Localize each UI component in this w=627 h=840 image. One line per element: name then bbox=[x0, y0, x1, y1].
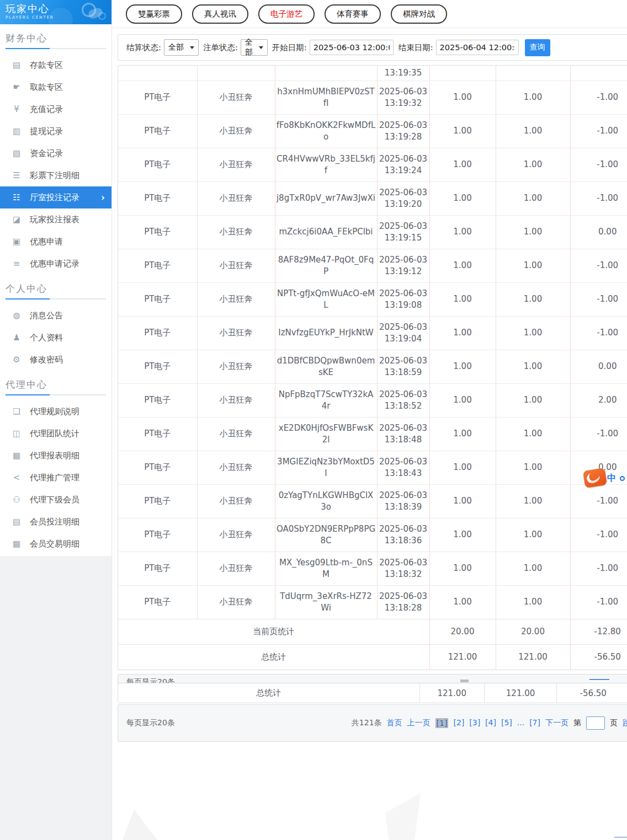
page-link[interactable]: [3] bbox=[469, 718, 480, 728]
sidebar-item-recharge-records[interactable]: ¥充值记录 bbox=[0, 98, 111, 120]
prev-page-link[interactable]: 上一页 bbox=[407, 718, 431, 728]
cell bbox=[570, 66, 627, 81]
sidebar-item-label: 会员交易明细 bbox=[30, 539, 79, 549]
sidebar-item-label: 消息公告 bbox=[30, 311, 63, 321]
cell-order-id: OA0SbY2DN9ERPpP8PG8C bbox=[275, 518, 377, 552]
cell-valid-amount: 1.00 bbox=[496, 585, 570, 619]
cell-winloss: -1.00 bbox=[570, 518, 627, 552]
cell-valid-amount: 1.00 bbox=[496, 148, 570, 181]
sidebar-item-label: 彩票下注明细 bbox=[30, 170, 79, 181]
sidebar-item-agent-promotion[interactable]: <代理推广管理 bbox=[0, 467, 111, 489]
sidebar-item-withdrawal-records[interactable]: ▥提现记录 bbox=[0, 120, 111, 142]
tab-board-games[interactable]: 棋牌对战 bbox=[391, 4, 447, 24]
sidebar-item-deposit[interactable]: ▤存款专区 bbox=[0, 54, 111, 76]
sidebar-item-label: 优惠申请 bbox=[30, 237, 63, 247]
cell-game: 小丑狂奔 bbox=[197, 585, 275, 619]
cell-datetime: 2025-06-0313:18:32 bbox=[377, 552, 429, 585]
cell-bet-amount: 1.00 bbox=[429, 249, 496, 282]
cell-game: 小丑狂奔 bbox=[197, 282, 275, 316]
sidebar-item-label: 代理报表明细 bbox=[30, 451, 79, 461]
sidebar-sections: 财务中心▤存款专区☛取款专区¥充值记录▥提现记录▧资金记录☰彩票下注明细☷厅室投… bbox=[0, 31, 111, 555]
cell-game: 小丑狂奔 bbox=[197, 383, 275, 417]
next-page-link[interactable]: 下一页 bbox=[545, 718, 568, 728]
background-triangle-decoration bbox=[118, 810, 157, 840]
sidebar-item-agent-rules[interactable]: ❏代理规则说明 bbox=[0, 400, 111, 422]
sidebar-item-notices[interactable]: ◍消息公告 bbox=[0, 304, 111, 327]
cell-datetime: 2025-06-0313:18:43 bbox=[377, 451, 429, 484]
sidebar-item-member-bet-details[interactable]: ▤会员投注明细 bbox=[0, 511, 111, 533]
sidebar-item-withdraw[interactable]: ☛取款专区 bbox=[0, 76, 111, 98]
per-page-label: 每页显示20条 bbox=[126, 718, 175, 728]
jump-page-input[interactable] bbox=[586, 716, 605, 730]
table-row: PT电子小丑狂奔j8gTxR0pV_wr7Aw3JwXi2025-06-0313… bbox=[118, 181, 627, 215]
first-page-link[interactable]: 首页 bbox=[387, 718, 402, 728]
cell-bet-amount: 1.00 bbox=[429, 316, 496, 350]
cell-bet-amount: 1.00 bbox=[429, 518, 496, 552]
cell-order-id: d1DBfCBDQpwBwn0emsKE bbox=[275, 350, 377, 383]
tab-electronic-games[interactable]: 电子游艺 bbox=[258, 4, 315, 24]
sidebar-item-change-password[interactable]: ⚙修改密码 bbox=[0, 349, 111, 371]
tab-lottery[interactable]: 雙赢彩票 bbox=[126, 4, 182, 24]
floating-widget[interactable]: 中 bbox=[584, 467, 627, 490]
cell-game: 小丑狂奔 bbox=[197, 249, 275, 282]
sidebar-item-agent-report-details[interactable]: ▦代理报表明细 bbox=[0, 445, 111, 467]
page-total-row: 当前页统计20.0020.00-12.80 bbox=[118, 619, 627, 644]
cell-winloss: 0.00 bbox=[570, 350, 627, 383]
cell-order-id: MX_Yesg09Ltb-m-_0nSM bbox=[275, 552, 377, 585]
section-divider bbox=[6, 394, 106, 395]
page-link[interactable]: [7] bbox=[529, 718, 540, 728]
start-date-input[interactable] bbox=[310, 40, 394, 55]
search-button[interactable]: 查询 bbox=[525, 39, 550, 56]
cell-order-id: IzNvfzgEUYkP_HrJkNtW bbox=[275, 316, 377, 350]
end-date-input[interactable] bbox=[436, 40, 519, 55]
sidebar-item-member-transaction-details[interactable]: ▦会员交易明细 bbox=[0, 533, 111, 555]
jump-go-link[interactable]: 跳转 bbox=[623, 718, 627, 728]
sidebar-item-label: 代理推广管理 bbox=[30, 473, 79, 483]
sidebar-item-lottery-bet-details[interactable]: ☰彩票下注明细 bbox=[0, 164, 111, 186]
settle-status-select[interactable]: 全部 bbox=[164, 39, 199, 56]
cell-game: 小丑狂奔 bbox=[197, 114, 275, 148]
cell-platform: PT电子 bbox=[118, 114, 197, 148]
cell bbox=[429, 66, 496, 81]
sidebar-item-profile[interactable]: ♟个人资料 bbox=[0, 327, 111, 349]
page-link[interactable]: [2] bbox=[453, 718, 464, 728]
sidebar-item-hall-bet-records[interactable]: ☷厅室投注记录› bbox=[0, 186, 111, 208]
cell bbox=[197, 66, 275, 81]
page-link[interactable]: [4] bbox=[485, 718, 496, 728]
grand-total-valid: 121.00 bbox=[496, 644, 570, 670]
pagination-bar: 每页显示20条 共121条 首页 上一页 [1][2][3][4][5]...[… bbox=[118, 704, 627, 742]
sidebar-item-promo-apply-records[interactable]: ≡优惠申请记录 bbox=[0, 253, 111, 275]
cell-order-id: 3MGIEZiqNz3bYMoxtD5I bbox=[275, 451, 377, 484]
cell-bet-amount: 1.00 bbox=[429, 417, 496, 451]
cell-order-id: j8gTxR0pV_wr7Aw3JwXi bbox=[275, 181, 377, 215]
cell-valid-amount: 1.00 bbox=[496, 484, 570, 518]
tab-live-video[interactable]: 真人视讯 bbox=[192, 4, 248, 24]
sidebar-item-promo-apply[interactable]: ▣优惠申请 bbox=[0, 231, 111, 253]
chart-icon: ◪ bbox=[12, 215, 22, 224]
sidebar-item-agent-team-stats[interactable]: ◫代理团队统计 bbox=[0, 422, 111, 445]
cell-order-id: fFo8KbKnOKK2FkwMDfLo bbox=[275, 114, 377, 148]
cell-platform: PT电子 bbox=[118, 383, 197, 417]
page-ellipsis: ... bbox=[517, 718, 524, 728]
sidebar-item-label: 修改密码 bbox=[30, 355, 63, 365]
cell-platform: PT电子 bbox=[118, 451, 197, 484]
sidebar-item-agent-sub-members[interactable]: ⚇代理下级会员 bbox=[0, 489, 111, 511]
cell-valid-amount: 1.00 bbox=[496, 282, 570, 316]
page-link-current[interactable]: [1] bbox=[435, 718, 449, 728]
sidebar-item-player-bet-report[interactable]: ◪玩家投注报表 bbox=[0, 208, 111, 231]
tab-sports[interactable]: 体育赛事 bbox=[325, 4, 381, 24]
sticky-total-panel: 每页显示20条 总统计 121.00 121.00 -56.50 bbox=[118, 674, 627, 703]
users-icon: ⚇ bbox=[12, 495, 22, 505]
settle-status-label: 结算状态: bbox=[126, 42, 161, 53]
list-icon: ☰ bbox=[12, 170, 22, 180]
sidebar-item-funds-records[interactable]: ▧资金记录 bbox=[0, 142, 111, 164]
cell-platform: PT电子 bbox=[118, 350, 197, 383]
order-status-select[interactable]: 全部 bbox=[241, 39, 268, 56]
grand-total-label: 总统计 bbox=[118, 683, 419, 703]
table-row-partial: 13:19:35 bbox=[118, 66, 627, 81]
cell-game: 小丑狂奔 bbox=[197, 552, 275, 585]
cell-order-id: TdUqrm_3eXrRs-HZ72Wi bbox=[275, 585, 377, 619]
wallet-icon: ▧ bbox=[12, 148, 22, 158]
cell-valid-amount: 1.00 bbox=[496, 316, 570, 350]
page-link[interactable]: [5] bbox=[501, 718, 512, 728]
